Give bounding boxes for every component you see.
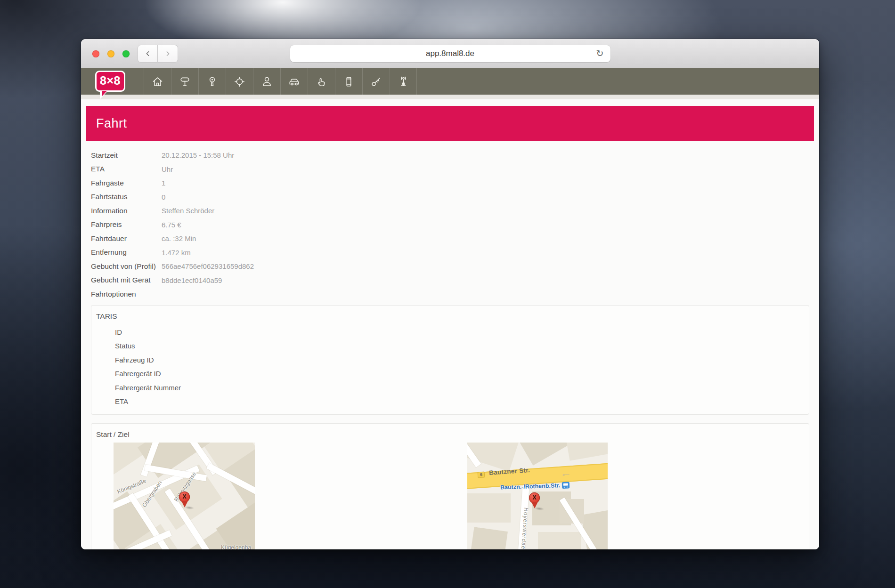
start-map[interactable]: Königstraße Obergraben Rähnitzgasse Obe … [114,443,255,550]
map-building [470,527,508,549]
field-row: Startzeit20.12.2015 - 15:58 Uhr [91,148,814,162]
field-label: Fahrtstatus [91,193,162,201]
field-value: b8dde1ecf0140a59 [162,276,222,284]
key-icon[interactable] [362,68,390,95]
toolbar-shadow-strip [81,95,819,99]
taris-item: Fahrzeug ID [96,353,809,367]
route-badge: 6 [478,471,485,478]
chevron-left-icon [144,50,152,57]
field-value: 20.12.2015 - 15:58 Uhr [162,151,234,159]
field-value: 566ae4756ef062931659d862 [162,262,254,270]
field-label: Fahrtoptionen [91,290,162,298]
nav-buttons [138,45,178,63]
field-row: Fahrtstatus0 [91,190,814,204]
page-title-banner: Fahrt [86,106,814,141]
taris-item: Fahrergerät Nummer [96,381,809,395]
field-row: Gebucht mit Gerätb8dde1ecf0140a59 [91,274,814,288]
page-title: Fahrt [96,116,127,131]
url-text: app.8mal8.de [426,49,474,58]
car-icon[interactable] [280,68,308,95]
taris-item: ID [96,325,809,339]
field-row: Fahrtdauerca. :32 Min [91,232,814,246]
field-value: 6.75 € [162,221,181,229]
field-label: Entfernung [91,248,162,257]
field-value: ca. :32 Min [162,234,196,242]
smartphone-icon[interactable] [335,68,362,95]
forward-button[interactable] [158,45,178,63]
map-building [538,532,581,550]
app-logo[interactable]: 8×8 [95,71,125,92]
field-row: Fahrpreis6.75 € [91,218,814,232]
maps-row: Königstraße Obergraben Rähnitzgasse Obe … [96,443,809,550]
browser-window: app.8mal8.de ↻ 8×8 [81,39,819,549]
close-button[interactable] [92,50,99,57]
field-label: ETA [91,165,162,173]
map-pin: X [179,491,190,509]
field-row: Entfernung1.472 km [91,246,814,260]
field-value: 1.472 km [162,249,191,257]
taris-box: TARIS ID Status Fahrzeug ID Fahrergerät … [91,305,809,415]
taris-item: Fahrergerät ID [96,367,809,381]
minimize-button[interactable] [107,50,114,57]
fullscreen-button[interactable] [122,50,130,57]
field-value: 0 [162,193,165,201]
field-value: 1 [162,179,165,187]
address-bar[interactable]: app.8mal8.de ↻ [290,45,610,62]
home-icon[interactable] [144,68,171,95]
start-ziel-title: Start / Ziel [96,430,809,439]
map-building [519,443,571,466]
person-icon[interactable] [253,68,280,95]
field-label: Startzeit [91,151,162,160]
trip-fields: Startzeit20.12.2015 - 15:58 Uhr ETAUhr F… [91,148,814,301]
map-pin: X [529,492,540,510]
field-label: Information [91,207,162,215]
map-building [581,510,608,549]
taris-item: ETA [96,395,809,409]
start-ziel-box: Start / Ziel [91,423,809,550]
antenna-icon[interactable] [390,68,417,95]
field-label: Fahrpreis [91,220,162,229]
chevron-right-icon [164,50,171,57]
field-value: Steffen Schröder [162,207,214,215]
taris-item: Status [96,339,809,353]
map-building [565,443,608,461]
titlebar: app.8mal8.de ↻ [81,39,819,68]
field-label: Gebucht mit Gerät [91,276,162,284]
oneway-arrow-icon: ← [560,469,572,478]
field-label: Fahrtdauer [91,234,162,243]
back-button[interactable] [138,45,158,63]
field-row: Fahrtoptionen [91,287,814,301]
field-row: Gebucht von (Profil)566ae4756ef062931659… [91,259,814,274]
location-pin-icon[interactable] [198,68,226,95]
map-building [467,493,511,523]
field-label: Fahrgäste [91,179,162,187]
crosshair-icon[interactable] [226,68,253,95]
page-content: Fahrt Startzeit20.12.2015 - 15:58 Uhr ET… [81,99,819,549]
field-row: Fahrgäste1 [91,176,814,190]
transit-stop-icon [562,482,570,489]
hand-pointer-icon[interactable] [308,68,335,95]
taris-title: TARIS [96,312,809,321]
window-controls [92,50,130,57]
field-label: Gebucht von (Profil) [91,262,162,271]
dest-map[interactable]: 6 Bautzner Str. ← Bautzn.-/Rothenb.Str. … [467,443,608,550]
field-row: InformationSteffen Schröder [91,204,814,218]
signpost-icon[interactable] [171,68,198,95]
field-value: Uhr [162,165,173,173]
toolbar-icon-row [144,68,417,95]
app-toolbar: 8×8 [81,68,819,95]
taris-items: ID Status Fahrzeug ID Fahrergerät ID Fah… [96,325,809,409]
reload-icon[interactable]: ↻ [594,48,606,60]
street-label: Kügelgenha [221,544,251,550]
field-row: ETAUhr [91,162,814,177]
